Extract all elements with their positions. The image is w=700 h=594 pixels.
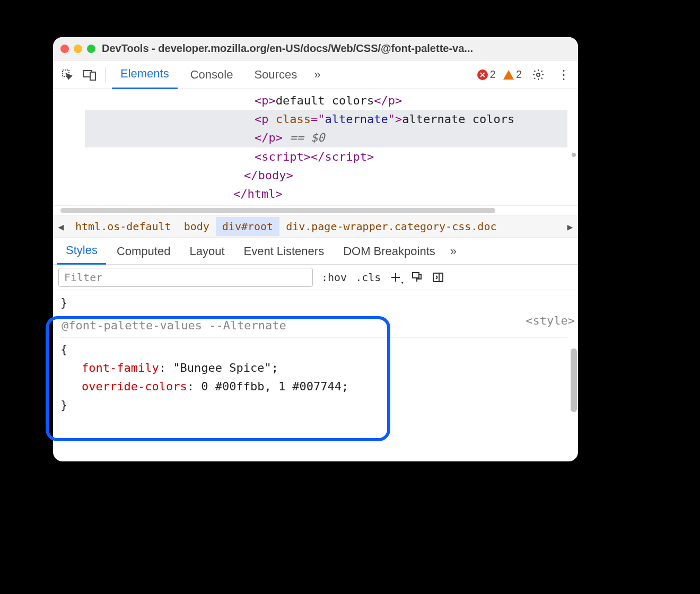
rule-open-brace: {	[60, 340, 567, 359]
warning-badge[interactable]: 2	[503, 68, 522, 81]
css-property: override-colors	[82, 380, 187, 393]
horizontal-scrollbar[interactable]	[53, 205, 578, 215]
error-badge[interactable]: ✕ 2	[477, 68, 496, 81]
dom-tag: </html>	[233, 187, 283, 200]
dom-punc: ="	[311, 112, 325, 126]
tab-sources[interactable]: Sources	[246, 61, 305, 89]
breadcrumb: ◀ html.os-default body div#root div.page…	[53, 215, 578, 238]
crumb-next-icon[interactable]: ▶	[562, 221, 578, 232]
hov-toggle[interactable]: :hov	[321, 271, 347, 284]
main-toolbar: Elements Console Sources » ✕ 2 2 ⋮	[53, 60, 578, 89]
dom-tag: >	[395, 112, 402, 126]
svg-point-3	[537, 73, 540, 76]
crumb-item[interactable]: div.page-wrapper.category-css.doc	[279, 217, 503, 236]
crumb-item[interactable]: html.os-default	[69, 217, 178, 236]
css-declaration[interactable]: font-family: "Bungee Spice";	[60, 359, 567, 377]
cls-toggle[interactable]: .cls	[355, 271, 381, 284]
dom-text: default colors	[276, 94, 374, 107]
add-rule-icon[interactable]: ▾	[389, 271, 402, 284]
css-declaration[interactable]: override-colors: 0 #00ffbb, 1 #007744;	[60, 377, 567, 396]
error-icon: ✕	[477, 69, 488, 80]
dom-line[interactable]: </html>	[85, 185, 567, 203]
dom-punc: "	[388, 112, 395, 126]
error-count: 2	[490, 68, 496, 81]
vertical-scrollbar-thumb[interactable]	[571, 348, 577, 412]
dom-attr: class	[276, 112, 311, 126]
ptabs-overflow[interactable]: »	[446, 244, 461, 258]
svg-rect-5	[433, 273, 443, 282]
dom-tree[interactable]: <p>default colors</p> <p class="alternat…	[53, 89, 578, 205]
inspect-icon[interactable]	[58, 66, 76, 84]
toolbar-divider	[105, 67, 106, 83]
rule-close-brace: }	[60, 293, 567, 312]
ptab-computed[interactable]: Computed	[108, 239, 179, 264]
tab-elements[interactable]: Elements	[112, 60, 178, 89]
kebab-icon[interactable]: ⋮	[555, 66, 573, 84]
minimize-icon[interactable]	[74, 45, 82, 53]
dom-tag: </body>	[244, 169, 293, 182]
dom-text: alternate colors	[402, 112, 514, 126]
crumb-prev-icon[interactable]: ◀	[53, 221, 69, 232]
ptab-dom-breakpoints[interactable]: DOM Breakpoints	[335, 239, 444, 264]
styles-filter-row: :hov .cls ▾	[53, 265, 578, 290]
toggle-sidebar-icon[interactable]	[432, 271, 444, 284]
css-value: "Bungee Spice"	[173, 361, 271, 374]
scrollbar-thumb[interactable]	[60, 208, 495, 213]
css-property: font-family	[82, 361, 159, 374]
dom-line-selected[interactable]: <p class="alternate">alternate colors	[85, 110, 567, 128]
dom-line[interactable]: <script></script>	[85, 147, 567, 166]
device-mode-icon[interactable]	[81, 66, 99, 84]
dom-tag: </p>	[374, 94, 402, 107]
tab-console[interactable]: Console	[182, 61, 242, 89]
dom-tag: <p>	[255, 94, 276, 107]
window-titlebar: DevTools - developer.mozilla.org/en-US/d…	[53, 37, 578, 60]
rule-close-brace: }	[60, 396, 567, 414]
styles-content[interactable]: } @font-palette-values --Alternate <styl…	[53, 290, 578, 461]
svg-rect-2	[90, 72, 95, 80]
window-controls	[60, 45, 95, 53]
dom-line[interactable]: </body>	[85, 166, 567, 185]
dom-inspector-ref: == $0	[283, 131, 325, 144]
warning-count: 2	[516, 68, 522, 81]
warning-icon	[503, 70, 514, 80]
svg-rect-4	[413, 273, 419, 278]
ptab-styles[interactable]: Styles	[57, 238, 106, 265]
dom-tag: <script></script>	[255, 150, 374, 163]
dom-line-selected[interactable]: </p> == $0	[85, 128, 567, 147]
dom-line[interactable]: <p>default colors</p>	[85, 91, 567, 110]
rule-source[interactable]: <style>	[526, 311, 575, 330]
css-value: 0 #00ffbb, 1 #007744	[201, 380, 342, 393]
tabs-overflow[interactable]: »	[310, 68, 325, 82]
ptab-event-listeners[interactable]: Event Listeners	[235, 239, 333, 264]
rule-selector[interactable]: @font-palette-values --Alternate	[60, 312, 567, 337]
paint-icon[interactable]	[410, 271, 423, 284]
crumb-item-selected[interactable]: div#root	[216, 217, 279, 236]
gear-icon[interactable]	[529, 66, 547, 84]
crumb-item[interactable]: body	[178, 217, 216, 236]
styles-panel-tabs: Styles Computed Layout Event Listeners D…	[53, 238, 578, 265]
scroll-indicator	[572, 153, 576, 157]
dom-tag: </p>	[255, 131, 283, 144]
ptab-layout[interactable]: Layout	[181, 239, 233, 264]
devtools-window: DevTools - developer.mozilla.org/en-US/d…	[53, 37, 578, 461]
window-title: DevTools - developer.mozilla.org/en-US/d…	[102, 42, 571, 55]
dom-tag: <p	[255, 112, 269, 126]
styles-filter-input[interactable]	[58, 268, 313, 287]
close-icon[interactable]	[60, 45, 69, 53]
dom-string: alternate	[325, 112, 388, 126]
maximize-icon[interactable]	[87, 45, 95, 53]
